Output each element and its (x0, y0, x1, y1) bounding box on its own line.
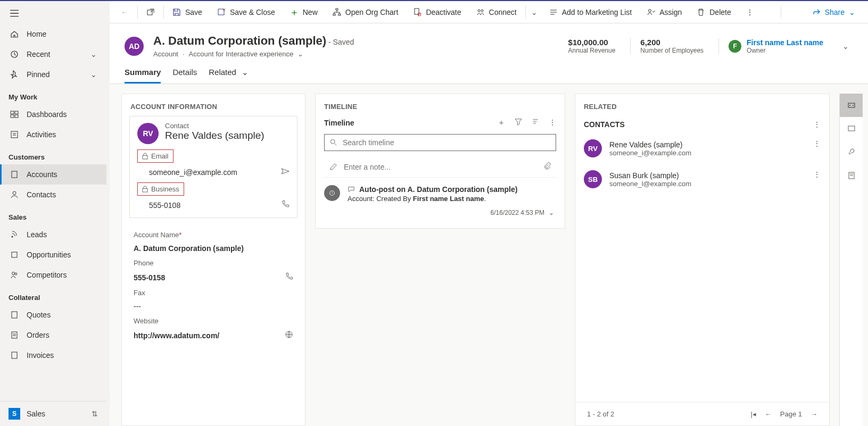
area-label: Sales (27, 410, 45, 418)
timeline-section: TIMELINE Timeline ＋ ⋮ (315, 94, 565, 229)
pager-next[interactable]: → (811, 410, 817, 418)
section-sales: Sales (0, 205, 106, 224)
timeline-item[interactable]: Auto-post on A. Datum Corporation (sampl… (316, 178, 565, 206)
contact-item-more[interactable]: ⋮ (813, 170, 821, 179)
attachment-icon[interactable] (543, 162, 551, 172)
globe-icon[interactable] (285, 330, 293, 340)
timeline-filter-button[interactable] (515, 118, 522, 128)
nav-home[interactable]: Home (0, 24, 106, 44)
nav-leads[interactable]: Leads (0, 224, 106, 245)
tab-related[interactable]: Related ⌄ (209, 68, 249, 83)
contact-name: Rene Valdes (sample) (165, 130, 264, 141)
nav-contacts[interactable]: Contacts (0, 185, 106, 205)
svg-rect-12 (12, 312, 17, 318)
save-button[interactable]: Save (165, 1, 210, 23)
sitemap-sidebar: Home Recent ⌄ Pinned ⌄ My Work Dashboard… (0, 1, 106, 426)
share-button[interactable]: Share ⌄ (803, 8, 865, 16)
timeline-search-input[interactable] (343, 138, 550, 147)
send-email-icon[interactable] (281, 167, 290, 177)
related-more-button[interactable]: ⋮ (813, 120, 821, 129)
save-close-button[interactable]: Save & Close (210, 1, 283, 23)
record-header: AD A. Datum Corporation (sample) - Saved… (110, 23, 868, 58)
field-fax[interactable]: Fax --- (122, 283, 305, 312)
connect-split-button[interactable]: ⌄ (527, 1, 542, 23)
chevron-down-icon[interactable]: ⌄ (549, 209, 554, 216)
call-icon[interactable] (285, 272, 293, 282)
rail-panel-3[interactable] (840, 140, 863, 164)
connect-button[interactable]: Connect (469, 1, 524, 23)
orgchart-icon (333, 8, 341, 16)
timeline-search[interactable] (324, 134, 556, 151)
hamburger-icon (10, 9, 19, 18)
nav-orders[interactable]: Orders (0, 325, 106, 345)
timeline-add-button[interactable]: ＋ (498, 118, 505, 128)
search-icon (330, 139, 337, 146)
open-org-chart-button[interactable]: Open Org Chart (325, 1, 406, 23)
save-close-icon (217, 8, 226, 16)
nav-opportunities[interactable]: Opportunities (0, 245, 106, 265)
save-status: - Saved (328, 38, 354, 46)
add-to-marketing-list-button[interactable]: Add to Marketing List (542, 1, 640, 23)
header-expand[interactable]: ⌄ (838, 42, 853, 51)
field-website[interactable]: Website http://www.adatum.com/ (122, 312, 305, 341)
stat-revenue[interactable]: $10,000.00 Annual Revenue (568, 38, 616, 54)
record-title: A. Datum Corporation (sample) (153, 34, 326, 47)
rail-panel-2[interactable] (840, 117, 863, 140)
nav-pinned[interactable]: Pinned ⌄ (0, 64, 106, 85)
leads-icon (10, 230, 19, 239)
nav-competitors[interactable]: Competitors (0, 265, 106, 285)
open-new-window-button[interactable] (139, 1, 162, 23)
nav-activities[interactable]: Activities (0, 124, 106, 145)
overflow-button[interactable]: ⋮ (739, 1, 761, 23)
nav-accounts[interactable]: Accounts (0, 164, 106, 185)
rail-panel-4[interactable] (840, 164, 863, 187)
nav-quotes[interactable]: Quotes (0, 305, 106, 325)
field-account-name[interactable]: Account Name* A. Datum Corporation (samp… (122, 225, 305, 254)
tab-summary[interactable]: Summary (125, 68, 161, 83)
svg-point-27 (330, 139, 335, 144)
call-icon[interactable] (281, 200, 290, 210)
nav-recent[interactable]: Recent ⌄ (0, 44, 106, 64)
form-tabs: Summary Details Related ⌄ (110, 58, 868, 84)
nav-invoices[interactable]: Invoices (0, 345, 106, 365)
chevron-down-icon: ⌄ (849, 8, 855, 16)
deactivate-button[interactable]: Deactivate (406, 1, 468, 23)
stat-owner[interactable]: F First name Last name Owner (718, 38, 823, 54)
contact-label: Contact (165, 122, 264, 130)
tab-details[interactable]: Details (172, 68, 197, 83)
stat-employees[interactable]: 6,200 Number of Employees (630, 38, 704, 54)
back-button[interactable]: ← (113, 1, 136, 23)
assign-button[interactable]: Assign (639, 1, 689, 23)
svg-point-22 (481, 10, 483, 12)
section-title: ACCOUNT INFORMATION (122, 94, 305, 116)
rail-assistant[interactable] (840, 94, 863, 117)
section-title: RELATED (575, 94, 829, 116)
svg-rect-9 (12, 252, 17, 257)
pencil-icon (329, 163, 337, 171)
chevron-down-icon: ⌄ (297, 50, 303, 58)
lock-icon (142, 186, 148, 193)
timeline-more-button[interactable]: ⋮ (549, 118, 556, 128)
timeline-note-row[interactable] (324, 156, 556, 178)
activities-icon (10, 130, 19, 139)
note-input[interactable] (344, 163, 537, 171)
contact-item-more[interactable]: ⋮ (813, 139, 821, 148)
nav-dashboards[interactable]: Dashboards (0, 104, 106, 124)
svg-point-31 (853, 105, 854, 106)
form-selector[interactable]: Account for Interactive experience ⌄ (189, 50, 303, 58)
invoices-icon (10, 350, 19, 360)
related-contact-item[interactable]: SB Susan Burk (sample) someone_l@example… (575, 164, 829, 195)
new-button[interactable]: ＋New (283, 1, 325, 23)
related-contact-item[interactable]: RV Rene Valdes (sample) someone_i@exampl… (575, 133, 829, 164)
chat-icon (348, 186, 355, 193)
area-switcher[interactable]: S Sales ⇅ (0, 401, 106, 426)
pager-first[interactable]: |◂ (750, 410, 756, 418)
primary-contact-card[interactable]: RV Contact Rene Valdes (sample) Email so… (129, 116, 297, 218)
timeline-sort-button[interactable] (532, 118, 539, 128)
title-block: A. Datum Corporation (sample) - Saved Ac… (153, 34, 354, 58)
field-phone[interactable]: Phone 555-0158 (122, 254, 305, 283)
pager-prev[interactable]: ← (765, 410, 772, 418)
delete-button[interactable]: Delete (689, 1, 738, 23)
sitemap-toggle[interactable] (0, 4, 106, 24)
svg-rect-2 (15, 111, 18, 114)
